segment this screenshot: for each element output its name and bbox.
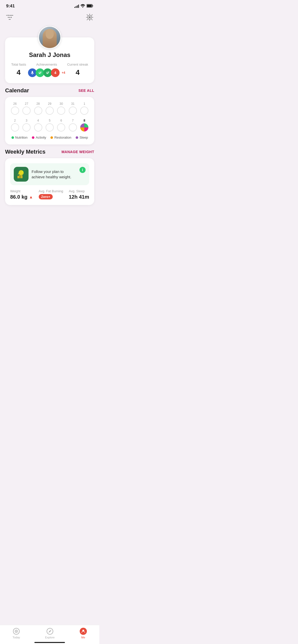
svg-rect-2 — [87, 5, 92, 7]
svg-rect-20 — [21, 175, 22, 178]
top-nav — [0, 11, 99, 26]
cal-day-31: 31 — [68, 102, 77, 115]
fat-burning-value: Zero+ — [39, 194, 63, 199]
cal-day-28: 28 — [33, 102, 43, 115]
calendar-section: Calendar SEE ALL 26 27 28 29 30 — [0, 87, 99, 144]
wifi-icon — [80, 4, 85, 8]
svg-text:3: 3 — [48, 71, 49, 72]
nutrition-dot — [11, 136, 14, 139]
metrics-icon-box — [14, 167, 29, 182]
battery-icon — [87, 4, 93, 8]
legend-activity: Activity — [32, 136, 46, 139]
status-icons — [74, 4, 93, 8]
legend-sleep: Sleep — [76, 136, 88, 139]
calendar-title: Calendar — [5, 87, 29, 94]
svg-point-7 — [7, 14, 9, 16]
weight-metric: Weight 86.0 kg ▲ — [10, 189, 33, 200]
cal-day-26: 26 — [10, 102, 20, 115]
cal-day-6: 6 — [57, 119, 66, 131]
current-streak-label: Current streak — [67, 63, 88, 66]
cal-day-27: 27 — [22, 102, 31, 115]
restoration-dot — [50, 136, 53, 139]
sleep-value: 12h 41m — [69, 194, 89, 200]
achievements-more: +4 — [62, 71, 65, 75]
cal-day-29: 29 — [45, 102, 54, 115]
metrics-title: Weekly Metrics — [5, 149, 46, 155]
achievements-badges: 1 1 3 — [28, 68, 65, 77]
svg-text:1: 1 — [32, 71, 33, 73]
legend-nutrition: Nutrition — [11, 136, 28, 139]
svg-point-21 — [22, 171, 23, 172]
calendar-week-2: 2 3 4 5 6 7 8 — [10, 119, 89, 131]
signal-icon — [74, 4, 79, 8]
current-streak-value: 4 — [76, 68, 80, 77]
sleep-label: Avg. Sleep — [69, 189, 89, 193]
achievements-label: Achievements — [36, 63, 57, 66]
weight-trend-icon: ▲ — [29, 195, 33, 199]
svg-text:1: 1 — [41, 71, 42, 72]
svg-rect-6 — [9, 19, 11, 20]
legend-restoration: Restoration — [50, 136, 71, 139]
see-all-button[interactable]: SEE ALL — [78, 89, 94, 93]
total-fasts-stat: Total fasts 4 — [11, 63, 26, 77]
svg-rect-11 — [32, 74, 33, 75]
metrics-stats: Weight 86.0 kg ▲ Avg. Fat Burning Zero+ … — [10, 189, 89, 200]
cal-day-4: 4 — [33, 119, 43, 131]
manage-weight-button[interactable]: MANAGE WEIGHT — [61, 150, 94, 154]
calendar-card: 26 27 28 29 30 31 — [5, 97, 94, 144]
svg-point-9 — [89, 16, 91, 18]
weekly-metrics-section: Weekly Metrics MANAGE WEIGHT Follow your… — [0, 149, 99, 205]
svg-point-0 — [82, 7, 83, 8]
fat-burning-metric: Avg. Fat Burning Zero+ — [39, 189, 63, 200]
cal-day-7: 7 — [68, 119, 77, 131]
svg-rect-19 — [19, 175, 21, 178]
sleep-metric: Avg. Sleep 12h 41m — [69, 189, 89, 200]
banner-text: Follow your plan to achieve healthy weig… — [32, 169, 76, 180]
filter-button[interactable] — [5, 13, 14, 22]
cal-day-2: 2 — [10, 119, 20, 131]
avatar — [38, 26, 61, 49]
svg-point-8 — [10, 17, 12, 18]
metrics-header: Weekly Metrics MANAGE WEIGHT — [5, 149, 94, 155]
metrics-banner: Follow your plan to achieve healthy weig… — [10, 163, 89, 185]
calendar-header: Calendar SEE ALL — [5, 87, 94, 94]
current-streak-stat: Current streak 4 — [67, 63, 88, 77]
cal-day-5: 5 — [45, 119, 54, 131]
cal-day-8[interactable]: 8 — [80, 119, 89, 131]
svg-rect-3 — [92, 5, 93, 6]
profile-name: Sarah J Jonas — [29, 51, 71, 58]
badge-2: 1 — [36, 68, 44, 77]
status-time: 9:41 — [6, 4, 15, 9]
cal-day-3: 3 — [22, 119, 31, 131]
activity-dot — [32, 136, 34, 139]
badge-3: 3 — [43, 68, 52, 77]
achievements-stat: Achievements 1 1 — [28, 63, 65, 77]
calendar-week-1: 26 27 28 29 30 31 — [10, 102, 89, 115]
avatar-image — [39, 27, 60, 48]
metrics-card: Follow your plan to achieve healthy weig… — [5, 158, 94, 205]
calendar-legend: Nutrition Activity Restoration Sleep — [10, 136, 89, 139]
badge-4: 4 — [51, 68, 60, 77]
settings-button[interactable] — [85, 13, 94, 22]
status-bar: 9:41 — [0, 0, 99, 11]
info-icon[interactable]: i — [79, 167, 86, 173]
weight-chart-icon — [16, 169, 26, 179]
fat-burning-label: Avg. Fat Burning — [39, 189, 63, 193]
sleep-dot — [76, 136, 78, 139]
weight-value: 86.0 kg ▲ — [10, 194, 33, 200]
cal-day-1: 1 — [80, 102, 89, 115]
badge-1: 1 — [28, 68, 37, 77]
profile-section: Sarah J Jonas Total fasts 4 Achievements… — [0, 26, 99, 87]
svg-rect-18 — [18, 176, 19, 178]
svg-rect-4 — [6, 15, 13, 16]
profile-stats: Total fasts 4 Achievements 1 — [10, 63, 89, 77]
cal-day-30: 30 — [57, 102, 66, 115]
weight-label: Weight — [10, 189, 33, 193]
zero-plus-badge: Zero+ — [39, 194, 53, 199]
total-fasts-value: 4 — [17, 68, 21, 77]
total-fasts-label: Total fasts — [11, 63, 26, 66]
